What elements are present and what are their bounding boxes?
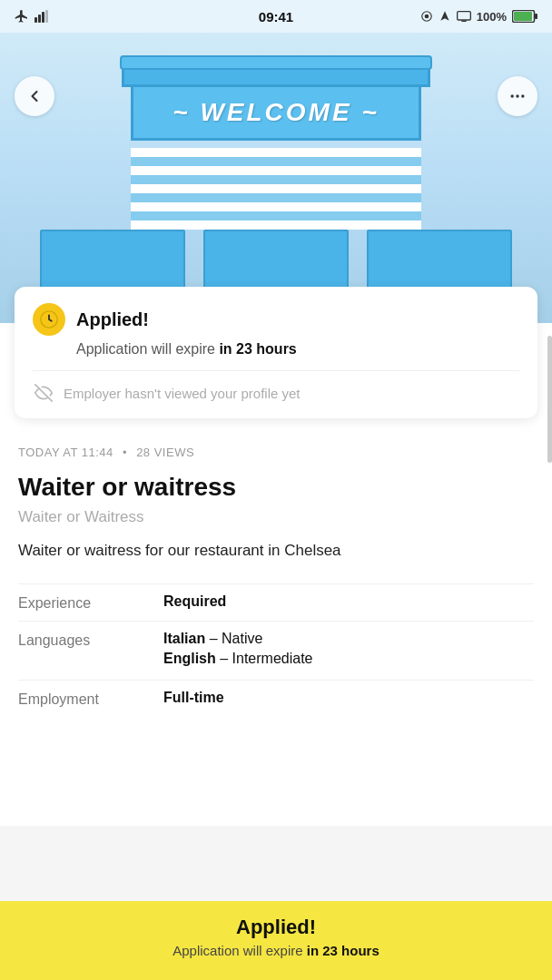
detail-value-experience: Required (163, 593, 226, 610)
svg-point-12 (516, 94, 518, 97)
status-time: 09:41 (259, 9, 293, 24)
battery-icon (512, 10, 537, 23)
divider (33, 370, 519, 371)
bottom-bar: Applied! Application will expire in 23 h… (0, 901, 552, 980)
stripe-1 (131, 148, 167, 230)
detail-value-languages: Italian – Native English – Intermediate (163, 631, 313, 671)
stripe-7 (349, 148, 385, 230)
job-subtitle: Waiter or Waitress (18, 508, 534, 526)
details-table: Experience Required Languages Italian – … (18, 583, 534, 717)
more-icon (508, 87, 527, 105)
applied-title: Applied! (76, 309, 149, 330)
not-viewed-text: Employer hasn't viewed your profile yet (64, 386, 301, 401)
svg-rect-9 (514, 12, 532, 21)
detail-row-employment: Employment Full-time (18, 680, 534, 717)
svg-point-11 (511, 94, 514, 97)
eye-slash-icon (33, 384, 54, 402)
detail-value-employment: Full-time (163, 690, 224, 706)
airplane-icon (15, 9, 29, 24)
detail-row-languages: Languages Italian – Native English – Int… (18, 621, 534, 680)
svg-rect-1 (38, 15, 41, 23)
job-content: TODAY AT 11:44 • 28 VIEWS Waiter or wait… (0, 418, 552, 735)
detail-label-languages: Languages (18, 631, 163, 649)
detail-row-experience: Experience Required (18, 583, 534, 621)
hero-banner: WELCOME (0, 33, 552, 323)
screen-icon (457, 10, 471, 23)
stripe-2 (167, 148, 203, 230)
awning-bottom (0, 230, 552, 293)
status-right: 100% (420, 10, 537, 24)
job-description: Waiter or waitress for our restaurant in… (18, 539, 534, 563)
expiry-prefix: Application will expire (76, 341, 219, 357)
svg-rect-0 (34, 17, 37, 23)
clock-svg (39, 309, 59, 329)
bottom-spacer (0, 735, 552, 826)
svg-rect-10 (535, 14, 537, 19)
nav-overlay (0, 65, 552, 127)
job-meta-views: 28 VIEWS (136, 446, 194, 459)
location-icon (420, 10, 433, 23)
not-viewed-row: Employer hasn't viewed your profile yet (33, 384, 519, 402)
svg-rect-3 (45, 10, 48, 23)
stripe-5 (276, 148, 312, 230)
back-button[interactable] (15, 76, 54, 116)
back-icon (25, 87, 44, 105)
stripe-8 (385, 148, 421, 230)
status-bar: 09:41 100% (0, 0, 552, 33)
svg-rect-2 (42, 12, 44, 23)
stripe-3 (203, 148, 240, 230)
detail-label-experience: Experience (18, 593, 163, 612)
stripe-6 (312, 148, 349, 230)
bottom-expiry-bold: in 23 hours (307, 943, 380, 958)
battery-percent: 100% (477, 10, 507, 24)
detail-label-employment: Employment (18, 690, 163, 708)
bottom-expiry-prefix: Application will expire (172, 943, 307, 958)
svg-rect-6 (457, 12, 470, 20)
job-meta: TODAY AT 11:44 • 28 VIEWS (18, 446, 534, 459)
awning-section-left (40, 230, 185, 293)
bottom-applied-title: Applied! (18, 916, 534, 939)
awning-section-center (203, 230, 349, 293)
more-button[interactable] (498, 76, 537, 116)
expiry-bold: in 23 hours (219, 341, 296, 357)
awning-section-right (367, 230, 512, 293)
signal-icon (34, 10, 51, 23)
job-title: Waiter or waitress (18, 472, 534, 503)
lang-english: English – Intermediate (163, 651, 313, 667)
svg-point-4 (424, 15, 429, 19)
bottom-expiry: Application will expire in 23 hours (18, 943, 534, 958)
stripe-4 (240, 148, 276, 230)
job-meta-time: TODAY AT 11:44 (18, 446, 113, 459)
dot: • (123, 446, 127, 459)
lang-italian: Italian – Native (163, 631, 313, 647)
location-arrow-icon (439, 10, 451, 23)
applied-header: Applied! (33, 303, 519, 336)
applied-expiry: Application will expire in 23 hours (76, 341, 519, 358)
scroll-indicator (547, 336, 552, 463)
status-left (15, 9, 51, 24)
clock-icon (33, 303, 65, 336)
svg-point-13 (521, 94, 524, 97)
applied-card: Applied! Application will expire in 23 h… (15, 287, 537, 418)
